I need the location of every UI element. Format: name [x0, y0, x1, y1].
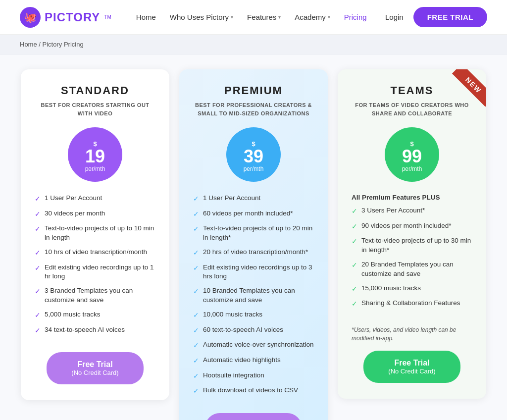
list-item: ✓1 User Per Account — [193, 194, 314, 204]
list-item: ✓Text-to-video projects of up to 10 min … — [35, 224, 155, 243]
free-trial-button[interactable]: FREE TRIAL — [413, 7, 487, 27]
breadcrumb: Home / Pictory Pricing — [0, 35, 507, 54]
list-item: ✓30 videos per month — [35, 209, 155, 219]
list-item: ✓90 videos per month included* — [352, 221, 472, 232]
check-icon: ✓ — [352, 261, 357, 270]
main-nav: Home Who Uses Pictory ▾ Features ▾ Acade… — [136, 13, 370, 21]
check-icon: ✓ — [352, 222, 357, 232]
list-item: ✓5,000 music tracks — [35, 310, 155, 320]
header: 🐙 PICTORYTM Home Who Uses Pictory ▾ Feat… — [0, 0, 507, 35]
list-item: ✓Edit existing video recordings up to 1 … — [35, 263, 155, 282]
list-item: ✓34 text-to-speech AI voices — [35, 325, 155, 336]
check-icon: ✓ — [193, 248, 199, 258]
plan-subtitle-standard: BEST FOR CREATORS STARTING OUT WITH VIDE… — [35, 101, 155, 117]
check-icon: ✓ — [35, 263, 41, 273]
cta-sub-teams: (No Credit Card) — [381, 368, 442, 375]
list-item: ✓Automatic voice-over synchronization — [193, 340, 314, 351]
list-item: ✓Text-to-video projects of up to 30 min … — [352, 236, 472, 255]
check-icon: ✓ — [352, 284, 357, 294]
list-item: ✓3 Users Per Account* — [352, 206, 472, 216]
price-amount-teams: 99 — [402, 148, 422, 165]
list-item: ✓60 text-to-speech AI voices — [193, 325, 314, 336]
list-item: ✓Sharing & Collaboration Features — [352, 299, 472, 309]
new-ribbon: NEW — [442, 69, 486, 114]
pricing-section: STANDARD BEST FOR CREATORS STARTING OUT … — [0, 54, 507, 420]
check-icon: ✓ — [35, 311, 41, 320]
list-item: ✓Hootsuite integration — [193, 371, 314, 381]
check-icon: ✓ — [193, 356, 199, 366]
plan-subtitle-premium: BEST FOR PROFESSIONAL CREATORS & SMALL T… — [193, 101, 314, 117]
nav-right: Login FREE TRIAL — [385, 7, 487, 27]
list-item: ✓20 Branded Templates you can customize … — [352, 260, 472, 279]
cta-button-teams[interactable]: Free Trial (No Credit Card) — [363, 351, 460, 383]
check-icon: ✓ — [193, 311, 199, 320]
list-item: ✓20 hrs of video transcription/month* — [193, 248, 314, 258]
nav-features[interactable]: Features ▾ — [247, 13, 281, 21]
check-icon: ✓ — [193, 224, 199, 234]
price-circle-premium: $ 39 per/mth — [226, 127, 281, 182]
chevron-down-icon: ▾ — [328, 14, 330, 20]
cta-sub-standard: (No Credit Card) — [64, 369, 125, 376]
check-icon: ✓ — [193, 210, 199, 219]
disclaimer-teams: *Users, videos, and video length can be … — [352, 326, 472, 343]
price-amount-premium: 39 — [244, 148, 263, 165]
breadcrumb-separator: / — [39, 41, 42, 48]
login-button[interactable]: Login — [385, 13, 404, 21]
list-item: ✓Text-to-video projects of up to 20 min … — [193, 224, 314, 243]
chevron-down-icon: ▾ — [278, 14, 281, 20]
price-circle-standard: $ 19 per/mth — [68, 127, 122, 182]
check-icon: ✓ — [35, 224, 41, 234]
check-icon: ✓ — [193, 287, 199, 297]
ribbon-label: NEW — [452, 69, 486, 106]
nav-who-uses[interactable]: Who Uses Pictory ▾ — [170, 13, 233, 21]
price-period-teams: per/mth — [402, 165, 422, 172]
check-icon: ✓ — [35, 326, 41, 336]
nav-academy[interactable]: Academy ▾ — [295, 13, 330, 21]
list-item: ✓15,000 music tracks — [352, 284, 472, 294]
features-list-standard: ✓1 User Per Account ✓30 videos per month… — [35, 194, 155, 340]
check-icon: ✓ — [193, 341, 199, 351]
check-icon: ✓ — [352, 299, 357, 309]
check-icon: ✓ — [35, 248, 41, 258]
plan-title-standard: STANDARD — [61, 84, 129, 97]
logo-text: PICTORY — [45, 10, 100, 24]
logo-tm: TM — [104, 14, 111, 20]
list-item: ✓10 hrs of video transcription/month — [35, 248, 155, 258]
check-icon: ✓ — [193, 263, 199, 273]
check-icon: ✓ — [35, 194, 41, 204]
list-item: ✓Bulk download of videos to CSV — [193, 386, 314, 396]
check-icon: ✓ — [352, 237, 357, 247]
check-icon: ✓ — [193, 194, 199, 204]
nav-pricing[interactable]: Pricing — [344, 13, 367, 21]
check-icon: ✓ — [35, 287, 41, 297]
nav-home[interactable]: Home — [136, 13, 156, 21]
check-icon: ✓ — [352, 207, 357, 216]
check-icon: ✓ — [193, 386, 199, 396]
cta-button-standard[interactable]: Free Trial (No Credit Card) — [47, 352, 143, 384]
features-plus-label: All Premium Features PLUS — [352, 194, 472, 201]
cta-button-premium[interactable]: Free Trial (No Credit Card) — [205, 413, 302, 420]
logo-icon: 🐙 — [20, 7, 41, 28]
plan-title-teams: TEAMS — [391, 84, 434, 97]
chevron-down-icon: ▾ — [231, 14, 233, 20]
price-circle-teams: $ 99 per/mth — [385, 127, 439, 182]
features-list-teams: ✓3 Users Per Account* ✓90 videos per mon… — [352, 206, 472, 314]
check-icon: ✓ — [35, 210, 41, 219]
check-icon: ✓ — [193, 371, 199, 381]
cta-label-standard: Free Trial — [77, 360, 112, 368]
price-amount-standard: 19 — [85, 148, 105, 165]
logo[interactable]: 🐙 PICTORYTM — [20, 7, 111, 28]
plan-standard: STANDARD BEST FOR CREATORS STARTING OUT … — [21, 69, 169, 400]
plan-premium: PREMIUM BEST FOR PROFESSIONAL CREATORS &… — [179, 69, 328, 420]
plan-teams: NEW TEAMS FOR TEAMS OF VIDEO CREATORS WH… — [338, 69, 486, 399]
list-item: ✓10 Branded Templates you can customize … — [193, 286, 314, 305]
features-list-premium: ✓1 User Per Account ✓60 videos per month… — [193, 194, 314, 401]
price-period-premium: per/mth — [244, 165, 264, 172]
plan-title-premium: PREMIUM — [224, 84, 283, 97]
price-period-standard: per/mth — [85, 165, 105, 172]
breadcrumb-current: Pictory Pricing — [43, 41, 84, 48]
list-item: ✓Automatic video highlights — [193, 356, 314, 366]
check-icon: ✓ — [193, 326, 199, 336]
breadcrumb-home[interactable]: Home — [20, 41, 37, 48]
list-item: ✓1 User Per Account — [35, 194, 155, 204]
